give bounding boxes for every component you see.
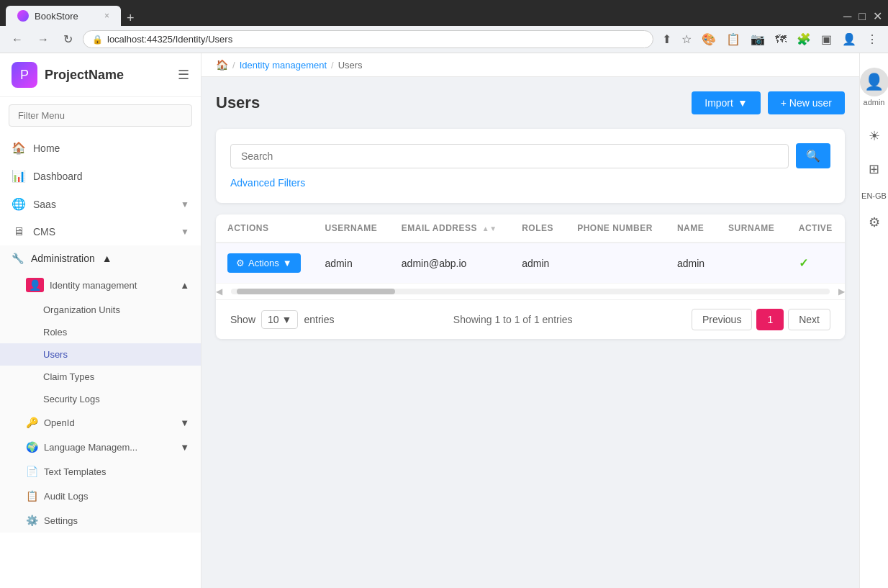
search-button[interactable]: 🔍 [796,143,830,168]
extension-icon4[interactable]: 🗺 [772,32,789,48]
sidebar-item-roles[interactable]: Roles [0,321,201,343]
sidebar-toggle-icon[interactable]: ▣ [818,31,835,48]
sidebar-item-label: Dashboard [33,171,189,182]
page-body: Users Import ▼ + New user 🔍 Advanced Fil… [201,77,859,353]
identity-management-section: 👤 Identity management ▲ Organization Uni… [0,271,201,410]
close-window-btn[interactable]: ✕ [873,9,882,23]
sidebar-item-home[interactable]: 🏠 Home [0,134,201,162]
avatar[interactable]: 👤 [860,68,889,96]
extension-icon2[interactable]: 📋 [723,31,743,48]
bookmark-icon[interactable]: ☆ [679,31,694,48]
menu-icon[interactable]: ⋮ [864,31,881,48]
gear-settings-icon[interactable]: ⚙ [866,212,883,233]
breadcrumb: 🏠 / Identity management / Users [201,53,859,77]
new-tab-button[interactable]: + [121,11,140,26]
scroll-left-arrow[interactable]: ◀ [216,286,222,297]
entries-label: entries [304,314,334,325]
language-icon: 🌍 [26,441,38,453]
sidebar-header: P ProjectName ☰ [0,53,201,97]
active-tab[interactable]: BookStore × [6,6,121,26]
actions-dropdown-icon: ▼ [283,258,292,268]
col-surname: SURNAME [717,214,787,243]
page-1-button[interactable]: 1 [756,309,784,330]
page-header: Users Import ▼ + New user [216,91,845,114]
scroll-right-arrow[interactable]: ▶ [838,286,845,297]
next-button[interactable]: Next [788,309,830,330]
breadcrumb-identity-mgmt[interactable]: Identity management [240,60,327,71]
new-user-button[interactable]: + New user [768,91,845,114]
extension-icon3[interactable]: 📷 [748,31,768,48]
sun-icon[interactable]: ☀ [866,125,883,147]
sidebar-item-identity-management[interactable]: 👤 Identity management ▲ [0,271,201,299]
col-actions: ACTIONS [216,214,314,243]
sidebar-item-administration[interactable]: 🔧 Administration ▲ [0,245,201,271]
active-check-icon: ✓ [799,257,808,269]
sidebar-item-settings[interactable]: ⚙️ Settings [0,508,201,533]
profile-icon[interactable]: 👤 [839,31,859,48]
filter-menu-input[interactable] [9,104,192,127]
minimize-btn[interactable]: ─ [843,10,851,23]
sidebar-item-security-logs[interactable]: Security Logs [0,388,201,410]
sidebar-item-claim-types[interactable]: Claim Types [0,366,201,388]
row-roles: admin [510,243,566,284]
home-icon: 🏠 [12,141,26,155]
sidebar-item-text-templates[interactable]: 📄 Text Templates [0,459,201,484]
entries-select[interactable]: 10 ▼ [261,310,298,329]
breadcrumb-current: Users [338,60,363,71]
show-label: Show [230,314,255,325]
breadcrumb-sep1: / [232,60,235,71]
entries-value: 10 [268,314,279,325]
col-email[interactable]: EMAIL ADDRESS ▲▼ [390,214,510,243]
actions-button[interactable]: ⚙ Actions ▼ [227,253,301,273]
home-breadcrumb-icon[interactable]: 🏠 [216,59,228,71]
breadcrumb-sep2: / [331,60,334,71]
extension-icon1[interactable]: 🎨 [699,31,719,48]
grid-icon[interactable]: ⊞ [866,158,882,180]
sidebar-item-org-units[interactable]: Organization Units [0,299,201,321]
advanced-filters-link[interactable]: Advanced Filters [230,177,305,189]
col-name: NAME [666,214,717,243]
col-username: USERNAME [314,214,390,243]
audit-logs-icon: 📋 [26,490,38,502]
forward-button[interactable]: → [33,32,53,48]
col-phone: PHONE NUMBER [566,214,666,243]
chevron-down-icon: ▼ [180,442,189,453]
sidebar-item-label: Saas [33,199,173,210]
sidebar-item-dashboard[interactable]: 📊 Dashboard [0,162,201,190]
sidebar-item-openid[interactable]: 🔑 OpenId ▼ [0,410,201,435]
sidebar-item-language-management[interactable]: 🌍 Language Managem... ▼ [0,435,201,459]
extensions-icon[interactable]: 🧩 [794,31,814,48]
row-name: admin [666,243,717,284]
back-button[interactable]: ← [7,32,27,48]
chevron-up-icon: ▲ [102,253,112,264]
scrollbar-thumb[interactable] [237,289,395,294]
admin-avatar-section: 👤 admin [860,60,889,114]
tab-close-btn[interactable]: × [104,11,109,21]
openid-icon: 🔑 [26,417,38,428]
sidebar-item-cms[interactable]: 🖥 CMS ▼ [0,218,201,245]
tab-favicon [17,10,29,22]
search-card: 🔍 Advanced Filters [216,129,845,203]
page-title: Users [216,94,260,112]
previous-button[interactable]: Previous [692,309,752,330]
import-button[interactable]: Import ▼ [692,91,761,114]
language-badge[interactable]: EN-GB [861,191,887,200]
maximize-btn[interactable]: □ [858,10,866,23]
settings-icon: ⚙️ [26,515,38,526]
menu-toggle-icon[interactable]: ☰ [178,67,189,83]
search-input[interactable] [230,144,789,168]
address-bar[interactable]: 🔒 localhost:44325/Identity/Users [83,30,653,48]
sidebar-item-users[interactable]: Users [0,343,201,366]
chevron-down-icon: ▼ [181,199,189,209]
tab-title: BookStore [35,11,78,22]
scrollbar-track[interactable] [231,289,830,294]
table-card: ACTIONS USERNAME EMAIL ADDRESS ▲▼ ROLES … [216,214,845,339]
sidebar-item-saas[interactable]: 🌐 Saas ▼ [0,190,201,218]
horizontal-scrollbar[interactable]: ◀ ▶ [216,284,845,299]
refresh-button[interactable]: ↻ [59,31,77,48]
chevron-down-icon: ▼ [180,417,189,428]
share-icon[interactable]: ⬆ [659,31,674,48]
admin-label: admin [860,98,889,107]
sidebar-item-audit-logs[interactable]: 📋 Audit Logs [0,484,201,508]
right-sidebar: 👤 admin ☀ ⊞ EN-GB ⚙ [859,53,888,588]
